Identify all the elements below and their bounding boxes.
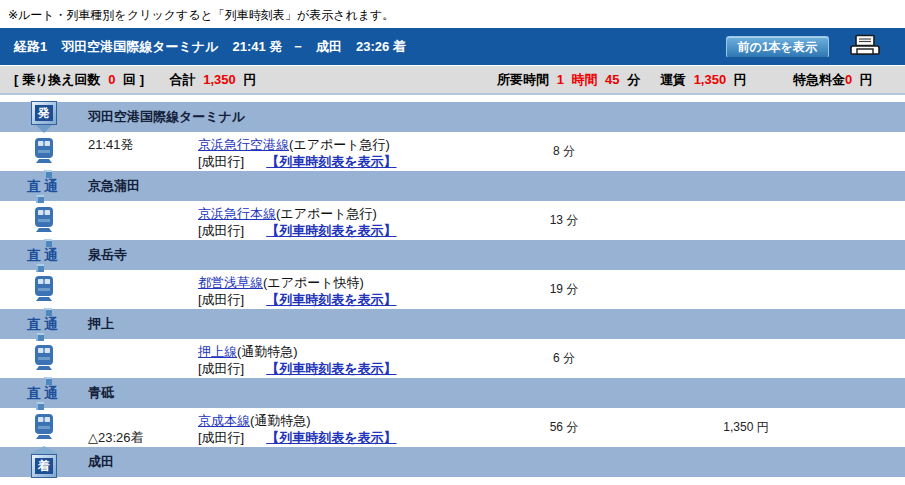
route-separator: − (294, 39, 302, 54)
departure-station-title: 羽田空港国際線ターミナル (61, 38, 218, 56)
timetable-link[interactable]: 【列車時刻表を表示】 (266, 154, 396, 169)
timetable-link[interactable]: 【列車時刻表を表示】 (266, 292, 396, 307)
station-name: 青砥 (88, 384, 114, 402)
through-badge: 直通 (27, 170, 61, 203)
duration-label: 所要時間 (497, 72, 549, 87)
route-results-page: ※ルート・列車種別をクリックすると「列車時刻表」が表示されます。 経路1 羽田空… (0, 0, 905, 485)
segment-duration: 56 分 (452, 408, 676, 447)
station-name: 羽田空港国際線ターミナル (88, 108, 245, 126)
fare-summary: 運賃 1,350 円 (660, 66, 751, 93)
printer-icon[interactable] (849, 34, 881, 63)
station-row-arrival: 着 成田 (0, 447, 905, 477)
station-name: 押上 (88, 315, 114, 333)
express-fee-label: 特急料金 (793, 72, 845, 87)
line-link[interactable]: 京浜急行空港線 (198, 137, 289, 152)
destination: [成田行] (198, 361, 244, 376)
fare-unit: 円 (734, 72, 747, 87)
route-header: 経路1 羽田空港国際線ターミナル 21:41 発 − 成田 23:26 着 前の… (0, 28, 905, 65)
duration-minutes: 45 (605, 72, 619, 87)
segment-time: 21:41発 (88, 136, 198, 153)
segment-duration: 19 分 (452, 270, 676, 309)
segment-row: 都営浅草線(エアポート快特) [成田行]【列車時刻表を表示】 19 分 (0, 270, 905, 309)
segment-time-2: △23:26着 (88, 429, 198, 446)
segment-time-2 (88, 360, 198, 377)
train-type: (通勤特急) (237, 344, 298, 359)
station-row-through: 直通 京急蒲田 (0, 171, 905, 201)
train-icon (0, 132, 88, 171)
segment-row: 押上線(通勤特急) [成田行]【列車時刻表を表示】 6 分 (0, 339, 905, 378)
segment-row: △23:26着 京成本線(通勤特急) [成田行]【列車時刻表を表示】 56 分 … (0, 408, 905, 447)
destination: [成田行] (198, 154, 244, 169)
station-name: 泉岳寺 (88, 246, 127, 264)
show-previous-train-button[interactable]: 前の1本を表示 (726, 36, 829, 58)
segment-fare (676, 132, 816, 171)
transfer-and-total-summary: [ 乗り換え回数 0 回 ] 合計 1,350 円 (14, 66, 260, 93)
cube-icon (36, 195, 44, 203)
page-note: ※ルート・列車種別をクリックすると「列車時刻表」が表示されます。 (8, 7, 394, 24)
arrow-up-icon (30, 446, 58, 454)
total-fare-unit: 円 (243, 72, 256, 87)
express-fee-value: 0 (845, 72, 852, 87)
segment-row: 京浜急行本線(エアポート急行) [成田行]【列車時刻表を表示】 13 分 (0, 201, 905, 240)
train-type: (エアポート急行) (289, 137, 390, 152)
fare-value: 1,350 (694, 72, 727, 87)
depart-badge: 発 (31, 101, 57, 133)
segment-fare (676, 270, 816, 309)
train-icon (0, 270, 88, 309)
station-row-departure: 発 羽田空港国際線ターミナル (0, 102, 905, 132)
station-row-through: 直通 青砥 (0, 378, 905, 408)
cube-icon (44, 308, 52, 316)
transfers-label: [ 乗り換え回数 (14, 72, 101, 87)
segment-time (88, 205, 198, 222)
segment-duration: 8 分 (452, 132, 676, 171)
cube-icon (36, 402, 44, 410)
transfers-value: 0 (108, 72, 115, 87)
segment-time (88, 412, 198, 429)
destination: [成田行] (198, 430, 244, 445)
segment-fare: 1,350 円 (676, 408, 816, 447)
total-fare-value: 1,350 (203, 72, 236, 87)
express-fee-summary: 特急料金0 円 (793, 66, 877, 93)
duration-hours: 1 (557, 72, 564, 87)
departure-time-title: 21:41 発 (232, 38, 282, 56)
arrival-station-title: 成田 (316, 38, 342, 56)
cube-icon (36, 264, 44, 272)
duration-minutes-unit: 分 (627, 72, 640, 87)
arrival-time-title: 23:26 着 (356, 38, 406, 56)
line-link[interactable]: 都営浅草線 (198, 275, 263, 290)
station-name: 成田 (88, 453, 114, 471)
train-icon (0, 408, 88, 447)
segment-fare (676, 339, 816, 378)
express-fee-unit: 円 (860, 72, 873, 87)
segment-duration: 6 分 (452, 339, 676, 378)
train-icon (0, 339, 88, 378)
through-badge: 直通 (27, 308, 61, 341)
cube-icon (44, 170, 52, 178)
segment-time (88, 274, 198, 291)
segment-duration: 13 分 (452, 201, 676, 240)
timetable-link[interactable]: 【列車時刻表を表示】 (266, 430, 396, 445)
destination: [成田行] (198, 223, 244, 238)
through-badge: 直通 (27, 377, 61, 410)
transfers-unit: 回 ] (123, 72, 144, 87)
train-type: (エアポート急行) (276, 206, 377, 221)
line-link[interactable]: 京浜急行本線 (198, 206, 276, 221)
segment-fare (676, 201, 816, 240)
segment-row: 21:41発 京浜急行空港線(エアポート急行) [成田行]【列車時刻表を表示】 … (0, 132, 905, 171)
train-type: (通勤特急) (250, 413, 311, 428)
arrive-badge: 着 (30, 446, 58, 478)
cube-icon (44, 239, 52, 247)
segment-time (88, 343, 198, 360)
fare-label: 運賃 (660, 72, 686, 87)
station-row-through: 直通 押上 (0, 309, 905, 339)
segment-time-2 (88, 291, 198, 308)
total-label: 合計 (170, 72, 196, 87)
timetable-link[interactable]: 【列車時刻表を表示】 (266, 361, 396, 376)
timetable-link[interactable]: 【列車時刻表を表示】 (266, 223, 396, 238)
cube-icon (36, 333, 44, 341)
line-link[interactable]: 押上線 (198, 344, 237, 359)
station-row-through: 直通 泉岳寺 (0, 240, 905, 270)
line-link[interactable]: 京成本線 (198, 413, 250, 428)
duration-summary: 所要時間 1 時間 45 分 (497, 66, 644, 93)
duration-hours-unit: 時間 (571, 72, 597, 87)
